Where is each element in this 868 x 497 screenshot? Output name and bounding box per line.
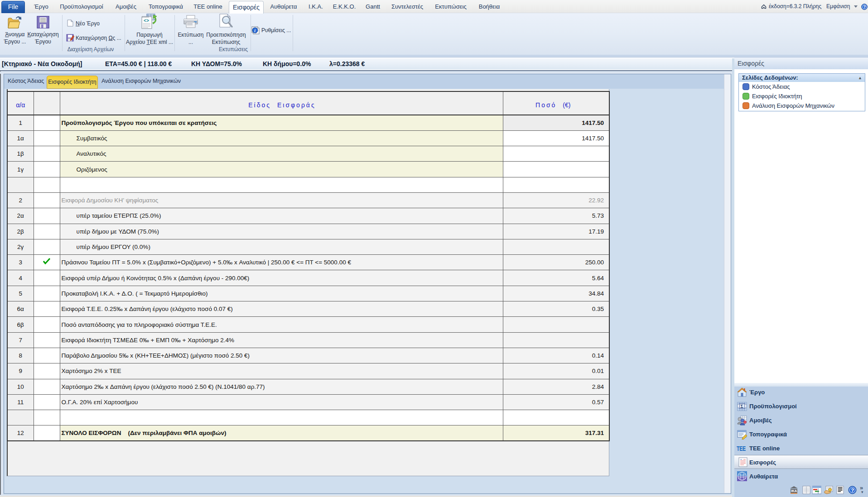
svg-text:IKA: IKA (791, 489, 797, 493)
svg-text:?: ? (863, 5, 866, 9)
svg-text:i: i (254, 29, 256, 33)
svg-text:?: ? (851, 487, 854, 493)
svg-text:<>: <> (144, 19, 149, 24)
